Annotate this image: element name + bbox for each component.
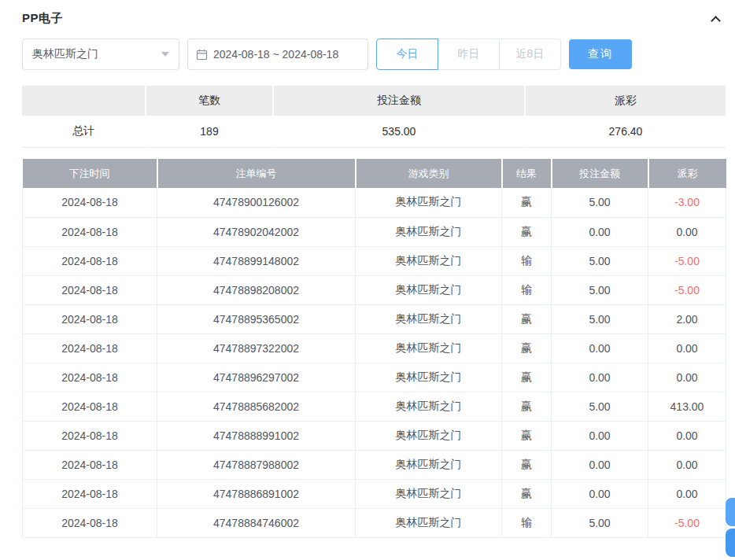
query-button[interactable]: 查询 [569,39,632,69]
chevron-down-icon [161,52,169,57]
cell-bet-time: 2024-08-18 [23,246,157,275]
summary-total-bet-amount: 535.00 [274,116,524,148]
date-range-value: 2024-08-18 ~ 2024-08-18 [213,48,338,61]
cell-bet-amount: 0.00 [552,333,648,363]
cell-game-category: 奥林匹斯之门 [356,392,502,421]
cell-payout: 2.00 [648,304,726,333]
cell-bet-amount: 0.00 [552,217,648,246]
cell-result: 赢 [502,450,552,479]
summary-header-payout: 派彩 [526,86,726,116]
cell-payout: 0.00 [648,217,726,246]
cell-payout: -5.00 [648,246,726,275]
col-header-game-category: 游戏类别 [356,159,502,188]
today-button[interactable]: 今日 [376,39,438,70]
cell-payout: 0.00 [648,333,726,363]
cell-bet-time: 2024-08-18 [23,304,157,333]
quick-range-button-group: 今日 昨日 近8日 [376,39,561,70]
page-title: PP电子 [22,11,63,26]
summary-header-empty [22,86,145,116]
cell-bet-number: 47478896297002 [157,363,356,392]
col-header-payout: 派彩 [648,159,726,188]
cell-payout: 413.00 [648,392,726,421]
summary-total-count: 189 [146,116,272,148]
cell-bet-number: 47478895365002 [157,304,356,333]
cell-result: 赢 [502,188,552,217]
cell-result: 输 [502,275,552,304]
bets-table-header: 下注时间 注单编号 游戏类别 结果 投注金额 派彩 [23,159,726,188]
col-header-result: 结果 [502,159,552,188]
cell-bet-amount: 5.00 [552,275,648,304]
table-row: 2024-08-1847478884746002奥林匹斯之门输5.00-5.00 [23,508,726,537]
table-row: 2024-08-1847478885682002奥林匹斯之门赢5.00413.0… [23,392,726,421]
cell-bet-amount: 5.00 [552,392,648,421]
floating-button-bottom[interactable] [726,529,735,557]
game-select[interactable]: 奥林匹斯之门 [22,39,179,70]
cell-game-category: 奥林匹斯之门 [356,333,502,363]
summary-total-label: 总计 [22,116,145,148]
cell-bet-number: 47478886891002 [157,479,356,508]
date-range-picker[interactable]: 2024-08-18 ~ 2024-08-18 [187,39,368,70]
calendar-icon [196,49,208,61]
cell-bet-time: 2024-08-18 [23,392,157,421]
cell-bet-number: 47478898208002 [157,275,356,304]
cell-result: 赢 [502,333,552,363]
summary-header-row: 笔数 投注金额 派彩 [22,86,726,116]
cell-payout: -5.00 [648,275,726,304]
summary-header-count: 笔数 [146,86,272,116]
cell-game-category: 奥林匹斯之门 [356,304,502,333]
table-row: 2024-08-1847478902042002奥林匹斯之门赢0.000.00 [23,217,726,246]
floating-widget [726,498,735,557]
cell-game-category: 奥林匹斯之门 [356,508,502,537]
collapse-chevron-up-icon[interactable] [711,16,721,26]
cell-result: 输 [502,246,552,275]
cell-game-category: 奥林匹斯之门 [356,246,502,275]
table-row: 2024-08-1847478899148002奥林匹斯之门输5.00-5.00 [23,246,726,275]
cell-result: 赢 [502,479,552,508]
cell-payout: -5.00 [648,508,726,537]
cell-bet-number: 47478884746002 [157,508,356,537]
cell-bet-number: 47478897322002 [157,333,356,363]
panel-header: PP电子 [22,11,726,26]
cell-bet-number: 47478885682002 [157,392,356,421]
cell-game-category: 奥林匹斯之门 [356,363,502,392]
cell-result: 赢 [502,304,552,333]
cell-bet-amount: 5.00 [552,188,648,217]
table-row: 2024-08-1847478897322002奥林匹斯之门赢0.000.00 [23,333,726,363]
floating-button-top[interactable] [726,498,735,526]
cell-game-category: 奥林匹斯之门 [356,275,502,304]
cell-bet-number: 47478899148002 [157,246,356,275]
cell-game-category: 奥林匹斯之门 [356,421,502,450]
filter-bar: 奥林匹斯之门 2024-08-18 ~ 2024-08-18 今日 昨日 近8日… [22,39,726,70]
cell-bet-time: 2024-08-18 [23,421,157,450]
cell-game-category: 奥林匹斯之门 [356,217,502,246]
cell-payout: 0.00 [648,421,726,450]
cell-bet-number: 47478888991002 [157,421,356,450]
cell-bet-time: 2024-08-18 [23,508,157,537]
col-header-bet-amount: 投注金额 [552,159,648,188]
cell-result: 赢 [502,363,552,392]
table-row: 2024-08-1847478900126002奥林匹斯之门赢5.00-3.00 [23,188,726,217]
last-8-days-button[interactable]: 近8日 [499,39,561,70]
cell-bet-amount: 5.00 [552,508,648,537]
cell-payout: 0.00 [648,363,726,392]
cell-bet-number: 47478900126002 [157,188,356,217]
cell-bet-amount: 0.00 [552,479,648,508]
table-row: 2024-08-1847478898208002奥林匹斯之门输5.00-5.00 [23,275,726,304]
cell-bet-time: 2024-08-18 [23,333,157,363]
cell-bet-time: 2024-08-18 [23,275,157,304]
col-header-bet-number: 注单编号 [157,159,356,188]
cell-bet-time: 2024-08-18 [23,479,157,508]
cell-bet-amount: 0.00 [552,421,648,450]
summary-table: 笔数 投注金额 派彩 总计 189 535.00 276.40 [22,86,726,148]
summary-total-payout: 276.40 [526,116,726,148]
bets-table-body: 2024-08-1847478900126002奥林匹斯之门赢5.00-3.00… [23,188,726,537]
cell-bet-amount: 5.00 [552,246,648,275]
table-row: 2024-08-1847478886891002奥林匹斯之门赢0.000.00 [23,479,726,508]
table-row: 2024-08-1847478896297002奥林匹斯之门赢0.000.00 [23,363,726,392]
cell-result: 赢 [502,392,552,421]
cell-game-category: 奥林匹斯之门 [356,450,502,479]
cell-game-category: 奥林匹斯之门 [356,479,502,508]
pp-games-panel: PP电子 奥林匹斯之门 2024-08-18 ~ 2024-08-18 今日 昨… [0,0,735,538]
yesterday-button[interactable]: 昨日 [438,39,500,70]
cell-payout: 0.00 [648,479,726,508]
